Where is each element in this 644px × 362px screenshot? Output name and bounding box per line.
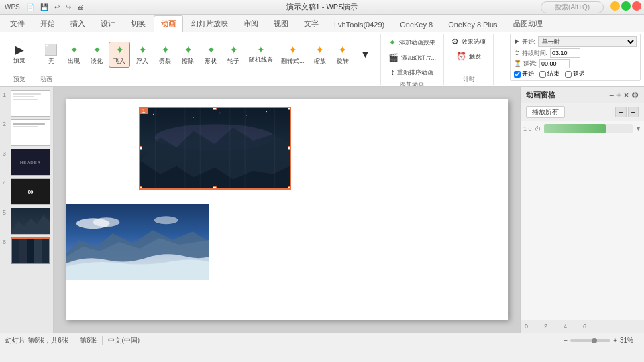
title-icon-1[interactable]: WPS: [3, 3, 22, 11]
anim-add-btns: + −: [615, 107, 639, 117]
slide-num-3: 3: [3, 150, 9, 157]
anim-timeline[interactable]: 1 0 ⏱ ▼: [521, 121, 644, 320]
tab-onekey8[interactable]: OneKey 8: [392, 17, 440, 32]
anim-wheel[interactable]: ✦ 轮子: [223, 42, 244, 68]
zoom-control[interactable]: − + 31%: [564, 337, 639, 344]
anim-sub-header: 播放所有 + −: [521, 103, 644, 121]
slide-preview-4[interactable]: ∞: [11, 178, 50, 205]
anim-panel-minus[interactable]: −: [609, 90, 614, 100]
tab-design[interactable]: 设计: [93, 15, 123, 32]
tab-insert[interactable]: 插入: [63, 15, 93, 32]
tab-text[interactable]: 文字: [297, 15, 326, 32]
footer-time-6: 6: [583, 323, 586, 330]
status-bar: 幻灯片 第6张，共6张 第6张 中文(中国) − + 31%: [0, 333, 644, 347]
mountain-svg: [140, 108, 290, 188]
tab-slideshow[interactable]: 幻灯片放映: [184, 15, 235, 32]
preview-button[interactable]: ▶ 预览: [9, 36, 30, 73]
anim-panel-plus[interactable]: +: [616, 90, 621, 100]
zoom-slider[interactable]: [570, 339, 610, 342]
title-icon-2[interactable]: 📄: [24, 3, 36, 11]
svg-point-7: [266, 111, 266, 112]
reorder-anim-button[interactable]: ↕ 重新排序动画: [385, 66, 440, 79]
tab-start[interactable]: 开始: [33, 15, 62, 32]
tab-onekey8plus[interactable]: OneKey 8 Plus: [441, 17, 504, 32]
group-label-preview: 预览: [13, 74, 25, 84]
anim-fade[interactable]: ✦ 淡化: [86, 42, 107, 68]
slide-num-5: 5: [3, 209, 9, 216]
anim-split[interactable]: ✦ 劈裂: [154, 42, 176, 68]
anim-flip[interactable]: ✦ 翻转式...: [278, 42, 308, 68]
tab-view[interactable]: 视图: [266, 15, 296, 32]
tab-lvhtools[interactable]: LvhTools(0429): [327, 17, 392, 32]
anim-dropdown[interactable]: ▼: [635, 125, 641, 132]
zoom-in-btn[interactable]: +: [613, 337, 617, 344]
play-all-button[interactable]: 播放所有: [526, 106, 565, 118]
slide-thumb-4[interactable]: 4 ∞: [3, 178, 50, 205]
group-label-add-anim: 添加动画: [400, 79, 424, 87]
anim-fly[interactable]: ✦ 飞入: [109, 42, 130, 68]
add-anim-button[interactable]: ✦ 添加动画效果: [385, 35, 440, 50]
checkbox-end[interactable]: 结束: [539, 70, 559, 78]
duration-input[interactable]: [550, 48, 580, 58]
slide-preview-1[interactable]: [11, 90, 50, 117]
anim-appear[interactable]: ✦ 出现: [63, 42, 85, 68]
slide-preview-2[interactable]: [11, 119, 50, 146]
checkbox-start[interactable]: 开始: [514, 70, 534, 78]
anim-rotate[interactable]: ✦ 旋转: [332, 42, 354, 68]
title-icon-5[interactable]: ↪: [64, 3, 73, 11]
slide-thumb-1[interactable]: 1: [3, 90, 50, 117]
close-button[interactable]: [632, 1, 641, 11]
trigger-button[interactable]: ⏰ 触发: [448, 50, 489, 63]
main-area: 1 2 3 HEADER: [0, 87, 644, 333]
footer-time-2: 2: [544, 323, 547, 330]
tab-file[interactable]: 文件: [3, 15, 32, 32]
anim-wipe[interactable]: ✦ 擦除: [177, 42, 199, 68]
slide-thumb-5[interactable]: 5: [3, 208, 50, 235]
anim-more[interactable]: ▼: [355, 47, 376, 62]
status-divider-2: [102, 336, 103, 345]
tab-transition[interactable]: 切换: [123, 15, 153, 32]
canvas-area[interactable]: 1: [54, 87, 520, 333]
tab-animation[interactable]: 动画: [154, 15, 183, 32]
footer-time-0: 0: [525, 323, 528, 330]
anim-none[interactable]: ⬜ 无: [40, 42, 62, 68]
tab-pintuzuli[interactable]: 品图助理: [506, 15, 550, 32]
slide-thumb-3[interactable]: 3 HEADER: [3, 149, 50, 176]
title-icon-3[interactable]: 💾: [38, 3, 50, 11]
anim-shape[interactable]: ✦ 形状: [200, 42, 221, 68]
anim-add-btn-minus[interactable]: −: [628, 107, 639, 117]
window-controls: 搜索(Alt+Q): [541, 1, 641, 13]
anim-row-icon: ⏱: [535, 125, 541, 133]
slide-preview-3[interactable]: HEADER: [11, 149, 50, 176]
anim-panel-settings[interactable]: ⚙: [631, 90, 639, 100]
title-icon-6[interactable]: 🖨: [75, 3, 86, 11]
slide-panel[interactable]: 1 2 3 HEADER: [0, 87, 54, 333]
svg-point-6: [246, 115, 247, 116]
checkbox-delay[interactable]: 延迟: [565, 70, 585, 78]
delay-label: ⏳ 延迟:: [514, 60, 537, 68]
anim-random[interactable]: ✦ 随机线条: [246, 42, 276, 66]
delay-input[interactable]: [539, 59, 570, 68]
zoom-thumb: [592, 338, 597, 343]
zoom-out-btn[interactable]: −: [564, 337, 568, 344]
minimize-button[interactable]: [610, 1, 620, 11]
start-select[interactable]: 单击时 与上一动画同时 上一动画之后: [538, 36, 637, 47]
slide-thumb-6[interactable]: 6: [3, 237, 50, 264]
desert-image[interactable]: [66, 203, 210, 280]
tab-review[interactable]: 审阅: [236, 15, 266, 32]
add-slide-anim-button[interactable]: 🎬 添加幻灯片...: [385, 51, 440, 64]
anim-add-btn-plus[interactable]: +: [615, 107, 626, 117]
anim-panel-close[interactable]: ×: [624, 90, 629, 100]
ribbon-group-preview: ▶ 预览 预览: [3, 34, 36, 85]
anim-float[interactable]: ✦ 浮入: [131, 42, 153, 68]
title-icon-4[interactable]: ↩: [52, 3, 62, 11]
effect-options-button[interactable]: ⚙ 效果选项: [448, 35, 489, 48]
slide-thumb-2[interactable]: 2: [3, 119, 50, 146]
anim-zoom[interactable]: ✦ 缩放: [309, 42, 331, 68]
maximize-button[interactable]: [621, 1, 631, 11]
search-box[interactable]: 搜索(Alt+Q): [541, 1, 604, 13]
mountain-image[interactable]: 1: [140, 107, 290, 189]
slide-preview-6[interactable]: [11, 237, 50, 264]
slide-preview-5[interactable]: [11, 208, 50, 235]
anim-bar-container[interactable]: [544, 124, 633, 133]
